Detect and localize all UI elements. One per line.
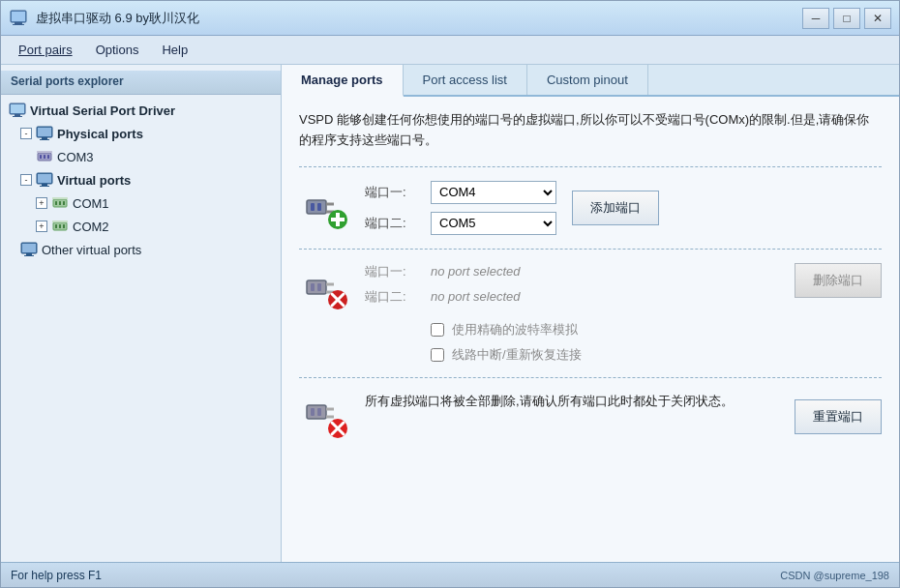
main-content: Serial ports explorer Virtual Serial Por… (1, 65, 899, 562)
port-two-row: 端口二: COM5 COM1 COM2 COM3 COM4 COM6 (365, 212, 556, 235)
menu-options[interactable]: Options (86, 39, 149, 61)
checkbox-baud-rate[interactable] (431, 323, 444, 337)
tree-item-com2[interactable]: + COM2 (1, 215, 281, 238)
delete-port-one-label: 端口一: (365, 263, 423, 280)
tabbar: Manage ports Port access list Custom pin… (282, 65, 899, 97)
delete-port-button[interactable]: 删除端口 (795, 263, 882, 298)
com2-expand[interactable]: + (36, 220, 47, 232)
svg-rect-6 (15, 114, 20, 116)
tree-item-com3[interactable]: COM3 (1, 145, 281, 168)
svg-rect-22 (55, 201, 57, 205)
info-text: VSPD 能够创建任何你想使用的端口号的虚拟端口,所以你可以不受端口号(COMx… (299, 110, 882, 151)
other-icon (20, 241, 38, 258)
tab-manage-ports[interactable]: Manage ports (282, 65, 404, 97)
tab-custom-pinout[interactable]: Custom pinout (527, 65, 648, 95)
reset-icon (299, 392, 349, 442)
menubar: Port pairs Options Help (1, 36, 899, 65)
delete-port-two-row: 端口二: no port selected (365, 288, 779, 306)
reset-section: 所有虚拟端口将被全部删除,请确认所有端口此时都处于关闭状态。 重置端口 (299, 392, 882, 442)
delete-port-one-row: 端口一: no port selected (365, 263, 779, 280)
svg-rect-43 (307, 280, 326, 294)
svg-rect-36 (311, 203, 315, 211)
window-title: 虚拟串口驱动 6.9 by耿川汉化 (36, 10, 199, 27)
svg-rect-51 (307, 405, 326, 419)
delete-port-icon (299, 263, 349, 313)
checkbox-section: 使用精确的波特率模拟 线路中断/重新恢复连接 (431, 321, 779, 364)
svg-rect-42 (331, 218, 345, 221)
maximize-button[interactable]: □ (833, 8, 860, 29)
svg-rect-16 (37, 151, 52, 153)
vspd-label: Virtual Serial Port Driver (30, 103, 175, 118)
vspd-icon (9, 102, 26, 119)
delete-port-one-value: no port selected (431, 264, 521, 279)
com2-label: COM2 (73, 220, 109, 234)
menu-help[interactable]: Help (152, 39, 197, 61)
com1-expand[interactable]: + (36, 197, 47, 209)
sidebar: Serial ports explorer Virtual Serial Por… (1, 65, 282, 562)
physical-label: Physical ports (57, 127, 143, 141)
app-icon (9, 9, 28, 28)
svg-rect-1 (15, 22, 22, 24)
svg-rect-32 (22, 244, 36, 252)
port-fields: 端口一: COM4 COM1 COM2 COM3 COM5 COM6 (365, 181, 556, 235)
svg-rect-37 (317, 203, 321, 211)
svg-rect-35 (307, 200, 326, 214)
svg-rect-34 (24, 255, 34, 256)
tree-item-vspd[interactable]: Virtual Serial Port Driver (1, 99, 281, 122)
tree-item-other[interactable]: Other virtual ports (1, 238, 281, 261)
reset-text: 所有虚拟端口将被全部删除,请确认所有端口此时都处于关闭状态。 (365, 392, 767, 412)
svg-rect-25 (52, 197, 68, 199)
port-one-select[interactable]: COM4 COM1 COM2 COM3 COM5 COM6 (431, 181, 556, 204)
svg-rect-30 (52, 220, 68, 222)
checkbox-line-break[interactable] (431, 348, 444, 362)
tree-item-com1[interactable]: + COM1 (1, 191, 281, 215)
svg-rect-23 (59, 201, 61, 205)
port-two-label: 端口二: (365, 215, 423, 232)
svg-rect-52 (311, 408, 315, 416)
virtual-icon (36, 171, 53, 189)
tab-port-access-list[interactable]: Port access list (404, 65, 527, 95)
virtual-expand[interactable]: - (20, 174, 32, 186)
divider-2 (299, 249, 882, 250)
svg-rect-45 (317, 283, 321, 291)
svg-rect-11 (40, 139, 49, 140)
sidebar-title: Serial ports explorer (1, 71, 281, 95)
titlebar-left: 虚拟串口驱动 6.9 by耿川汉化 (9, 9, 199, 28)
com3-label: COM3 (57, 150, 94, 164)
titlebar-controls: ─ □ ✕ (802, 8, 891, 29)
svg-rect-20 (40, 186, 49, 187)
close-button[interactable]: ✕ (864, 8, 891, 29)
titlebar: 虚拟串口驱动 6.9 by耿川汉化 ─ □ ✕ (1, 1, 899, 36)
svg-rect-14 (44, 155, 45, 159)
main-window: 虚拟串口驱动 6.9 by耿川汉化 ─ □ ✕ Port pairs Optio… (0, 0, 900, 588)
svg-rect-7 (13, 116, 22, 117)
divider-3 (299, 377, 882, 378)
add-port-button[interactable]: 添加端口 (572, 191, 659, 225)
svg-rect-27 (55, 224, 57, 228)
checkbox-line-break-label: 线路中断/重新恢复连接 (452, 346, 582, 364)
delete-fields: 端口一: no port selected 端口二: no port selec… (365, 263, 779, 364)
com2-icon (51, 218, 69, 235)
tree-item-physical[interactable]: - Physical ports (1, 122, 281, 145)
com1-label: COM1 (73, 196, 109, 211)
reset-port-button[interactable]: 重置端口 (795, 399, 882, 434)
port-two-select[interactable]: COM5 COM1 COM2 COM3 COM4 COM6 (431, 212, 556, 235)
delete-port-section: 端口一: no port selected 端口二: no port selec… (299, 263, 882, 364)
menu-port-pairs[interactable]: Port pairs (9, 39, 82, 61)
svg-rect-24 (63, 201, 65, 205)
svg-rect-2 (13, 24, 24, 25)
svg-rect-10 (42, 137, 47, 139)
right-panel: Manage ports Port access list Custom pin… (282, 65, 899, 562)
physical-expand[interactable]: - (20, 128, 32, 139)
delete-port-svg (299, 263, 349, 313)
delete-port-two-label: 端口二: (365, 288, 423, 306)
add-port-icon (299, 183, 349, 233)
minimize-button[interactable]: ─ (802, 8, 829, 29)
svg-rect-13 (40, 155, 42, 159)
panel-content: VSPD 能够创建任何你想使用的端口号的虚拟端口,所以你可以不受端口号(COMx… (282, 97, 899, 562)
svg-rect-53 (317, 408, 321, 416)
svg-rect-15 (47, 155, 49, 159)
status-left-text: For help press F1 (11, 569, 102, 582)
tree-item-virtual[interactable]: - Virtual ports (1, 168, 281, 191)
status-right-text: CSDN @supreme_198 (780, 570, 889, 581)
